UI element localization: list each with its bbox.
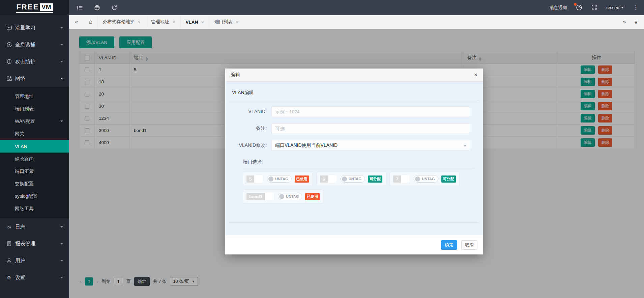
vlanid-input[interactable] [271,106,470,117]
sidebar-item-holo-trap[interactable]: 全息诱捕 [0,36,69,53]
logo-free-text: FREE [16,3,39,11]
close-icon[interactable]: × [138,20,141,25]
tab-bar: « ⌂ 分布式存储维护 × 管理地址 × VLAN × 端口列表 × » ∨ [69,15,644,29]
untag-toggle[interactable]: UNTAG [278,193,302,200]
menu-collapse-icon[interactable] [77,5,83,11]
chevron-down-icon [60,44,63,47]
port-checkbox[interactable] [401,175,410,183]
port-option-6: 6 UNTAG 可分配 [316,172,386,186]
port-selection-label: 端口选择: [243,159,474,165]
vlanid-mode-label: VLANID修改: [229,140,271,151]
user-menu[interactable]: srcsec [606,5,624,10]
ok-button[interactable]: 确定 [441,240,457,250]
sidebar-item-static-route[interactable]: 静态路由 [0,153,69,165]
untag-toggle[interactable]: UNTAG [267,175,291,183]
port-status-badge: 已使用 [305,193,320,200]
port-name: 5 [246,175,254,183]
sidebar-item-traffic-learning[interactable]: 流量学习 [0,19,69,36]
tab-port-list[interactable]: 端口列表 × [209,15,244,29]
port-status-badge: 可分配 [368,175,382,183]
tabs-expand-icon[interactable]: » [623,19,626,25]
chevron-down-icon [60,61,63,64]
dialog-header: 编辑 × [225,69,483,82]
sidebar-item-logs[interactable]: ∞ 日志 [0,218,69,235]
chevron-down-icon [60,120,63,124]
sidebar-item-network-tools[interactable]: 网络工具 [0,202,69,215]
vlanid-mode-select[interactable]: 端口VLANID使用当前VLANID [271,140,470,151]
sidebar-item-reports[interactable]: 报表管理 [0,235,69,252]
sidebar-item-mgmt-address[interactable]: 管理地址 [0,90,69,103]
user-icon [6,258,12,264]
untag-toggle[interactable]: UNTAG [414,175,438,183]
dialog-footer: 确定 取消 [225,235,483,254]
dialog-title: 编辑 [231,72,240,78]
port-name: 7 [393,175,401,183]
sidebar-item-users[interactable]: 用户 [0,252,69,269]
chevron-down-icon [621,7,624,10]
dialog-body: VLAN编辑 VLANID: 备注: VLANID修改: 端口VLANID使用当… [225,82,483,235]
attack-protection-icon [6,58,12,64]
app-window: FREE VM 消息通知 srcsec ⋮ [0,0,644,298]
topbar-left-icons [77,0,117,15]
home-icon[interactable]: ⌂ [84,19,97,25]
sidebar-item-network[interactable]: 网络 [0,70,69,87]
logs-icon: ∞ [6,224,12,230]
sidebar: 流量学习 全息诱捕 攻击防护 网络 管理地址 端口列表 WAN配 [0,15,69,298]
topbar: FREE VM 消息通知 srcsec ⋮ [0,0,644,15]
tab-mgmt-address[interactable]: 管理地址 × [146,15,180,29]
network-submenu: 管理地址 端口列表 WAN配置 网关 VLAN 静态路由 端口汇聚 交换配置 s… [0,87,69,218]
chevron-down-icon [60,243,63,246]
username: srcsec [606,5,619,10]
chevron-down-icon [464,145,466,148]
sidebar-item-wan-config[interactable]: WAN配置 [0,115,69,128]
port-checkbox[interactable] [265,193,274,200]
port-checkbox[interactable] [254,175,263,183]
chevron-down-icon [60,226,63,229]
port-option-7: 7 UNTAG 可分配 [389,172,460,186]
port-option-bond1: bond1 UNTAG 已使用 [243,189,323,204]
gear-icon: ⚙ [6,274,12,280]
topbar-right: 消息通知 srcsec ⋮ [549,0,639,15]
port-checkbox[interactable] [328,175,336,183]
untag-toggle[interactable]: UNTAG [341,175,365,183]
sidebar-item-syslog-config[interactable]: syslog配置 [0,190,69,202]
sidebar-item-settings[interactable]: ⚙ 设置 [0,269,69,286]
close-icon[interactable]: × [201,20,204,25]
sidebar-item-switch-config[interactable]: 交换配置 [0,178,69,190]
logo: FREE VM [0,0,69,15]
chevron-down-icon [60,27,63,30]
holo-trap-icon [6,42,12,48]
sidebar-item-port-list[interactable]: 端口列表 [0,103,69,115]
section-title: VLAN编辑 [229,86,479,100]
port-name: 6 [320,175,328,183]
cancel-button[interactable]: 取消 [461,240,477,250]
chevron-down-icon [60,260,63,263]
port-option-5: 5 UNTAG 已使用 [243,172,313,186]
network-icon [6,75,12,81]
globe-icon[interactable] [94,5,100,11]
port-status-badge: 可分配 [441,175,456,183]
messages-link[interactable]: 消息通知 [549,5,567,11]
fullscreen-icon[interactable] [591,4,597,11]
divider [243,168,474,168]
sidebar-item-gateway[interactable]: 网关 [0,128,69,140]
tab-vlan[interactable]: VLAN × [180,15,209,29]
close-icon[interactable]: × [173,20,175,25]
sidebar-item-attack-protection[interactable]: 攻击防护 [0,53,69,70]
logo-vm-badge: VM [40,3,53,11]
refresh-icon[interactable] [111,5,117,11]
port-name: bond1 [246,193,265,200]
close-icon[interactable]: × [236,20,239,25]
edit-vlan-dialog: 编辑 × VLAN编辑 VLANID: 备注: VLANID修改: [225,69,483,254]
tab-storage-maintenance[interactable]: 分布式存储维护 × [97,15,146,29]
remark-input[interactable] [271,123,470,134]
chevron-down-icon [60,277,63,280]
sidebar-item-port-aggregation[interactable]: 端口汇聚 [0,165,69,178]
close-icon[interactable]: × [474,72,477,78]
tabs-collapse-icon[interactable]: « [69,19,84,25]
port-status-badge: 已使用 [295,175,309,183]
theme-palette-icon[interactable] [576,4,582,11]
more-menu-icon[interactable]: ⋮ [633,4,639,11]
sidebar-item-vlan[interactable]: VLAN [0,140,69,153]
tabs-menu-icon[interactable]: ∨ [634,19,638,25]
